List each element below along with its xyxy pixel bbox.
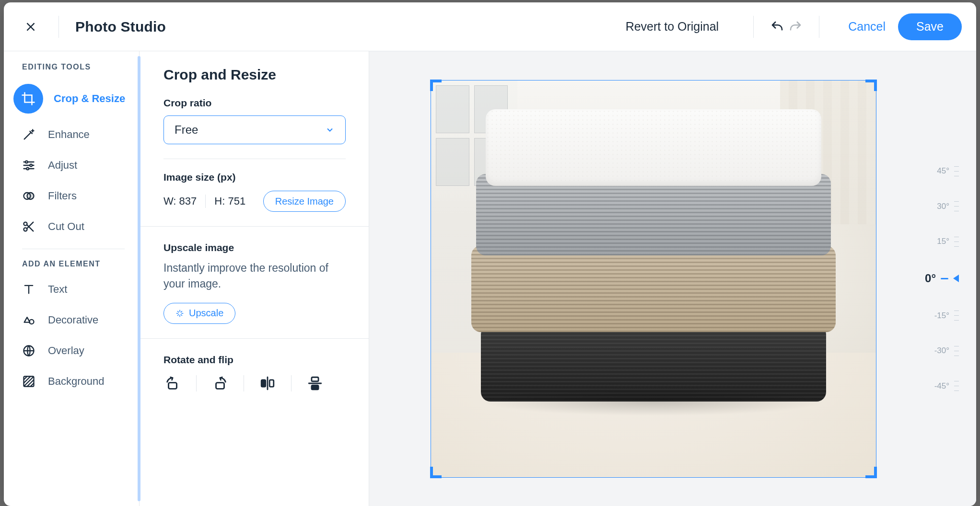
divider (58, 16, 59, 38)
crop-frame[interactable] (431, 80, 876, 478)
divider (819, 16, 819, 38)
svg-point-4 (30, 164, 32, 167)
globe-icon (20, 342, 37, 359)
ruler-label: -15° (934, 311, 949, 321)
upscale-button[interactable]: Upscale (163, 303, 235, 324)
sidebar-item-label: Enhance (48, 128, 90, 141)
crop-handle-bl[interactable] (430, 467, 442, 478)
upscale-heading: Upscale image (163, 242, 346, 253)
sidebar-item-label: Background (48, 375, 104, 388)
sidebar-item-label: Cut Out (48, 220, 84, 233)
divider (753, 16, 754, 38)
save-button[interactable]: Save (898, 13, 962, 40)
sparkle-icon (175, 309, 184, 318)
ruler-label: 30° (937, 202, 949, 211)
svg-point-5 (26, 168, 29, 170)
sidebar-item-text[interactable]: Text (4, 274, 139, 305)
svg-rect-18 (312, 385, 318, 390)
svg-point-7 (27, 193, 34, 199)
sidebar-item-label: Adjust (48, 159, 77, 172)
sidebar-item-background[interactable]: Background (4, 366, 139, 397)
overlap-circles-icon (20, 187, 37, 205)
divider (244, 375, 244, 391)
scissors-icon (20, 218, 37, 235)
divider (196, 375, 197, 391)
app-title: Photo Studio (75, 19, 166, 35)
ruler-marker-icon (953, 275, 959, 282)
crop-handle-tr[interactable] (865, 80, 877, 91)
crop-handle-br[interactable] (865, 467, 877, 478)
shapes-icon (20, 311, 37, 329)
rotate-cw-button[interactable] (163, 374, 182, 392)
sidebar-item-overlay[interactable]: Overlay (4, 335, 139, 366)
crop-ratio-select[interactable]: Free (163, 115, 346, 144)
sidebar-item-decorative[interactable]: Decorative (4, 305, 139, 335)
sidebar-item-label: Decorative (48, 314, 98, 326)
divider (291, 375, 292, 391)
sidebar-item-label: Overlay (48, 345, 84, 357)
revert-to-original[interactable]: Revert to Original (626, 20, 719, 34)
sidebar-item-enhance[interactable]: Enhance (4, 119, 139, 150)
wand-icon (20, 126, 37, 143)
sidebar-item-label: Filters (48, 190, 77, 202)
crop-handle-tl[interactable] (430, 80, 442, 91)
text-icon (20, 281, 37, 298)
flip-vertical-button[interactable] (306, 374, 324, 392)
ruler-label: -45° (934, 381, 949, 391)
panel-title: Crop and Resize (163, 67, 346, 83)
undo-button[interactable] (768, 18, 786, 36)
rotate-ccw-button[interactable] (211, 374, 229, 392)
svg-rect-13 (169, 382, 177, 389)
sidebar-item-cutout[interactable]: Cut Out (4, 211, 139, 242)
sliders-icon (20, 157, 37, 174)
sidebar-item-label: Crop & Resize (54, 92, 125, 105)
sidebar: EDITING TOOLS Crop & Resize Enhance Adju… (4, 51, 139, 506)
svg-rect-15 (261, 380, 266, 387)
sidebar-item-adjust[interactable]: Adjust (4, 150, 139, 181)
upscale-description: Instantly improve the resolution of your… (163, 260, 346, 292)
sidebar-scrollbar[interactable] (138, 56, 140, 501)
canvas-area: 45° 30° 15° 0° -15° -30° -45° (369, 51, 976, 506)
svg-rect-17 (312, 377, 318, 381)
header: Photo Studio Revert to Original Cancel S… (4, 2, 976, 51)
divider (205, 195, 206, 208)
image-size-label: Image size (px) (163, 172, 346, 183)
hatch-icon (20, 373, 37, 390)
ruler-label: 45° (937, 166, 949, 176)
divider (22, 249, 125, 249)
svg-rect-16 (269, 380, 274, 387)
crop-ratio-value: Free (175, 123, 198, 137)
svg-point-3 (25, 161, 28, 163)
crop-icon (20, 90, 37, 107)
height-readout: H: 751 (214, 195, 245, 207)
sidebar-item-label: Text (48, 283, 67, 296)
redo-button[interactable] (786, 18, 805, 36)
svg-rect-14 (216, 382, 224, 389)
sidebar-heading-elements: ADD AN ELEMENT (4, 260, 139, 274)
divider (163, 159, 346, 159)
rotation-ruler[interactable]: 45° 30° 15° 0° -15° -30° -45° (916, 166, 959, 391)
ruler-label: -30° (934, 346, 949, 356)
sidebar-item-filters[interactable]: Filters (4, 181, 139, 211)
body: EDITING TOOLS Crop & Resize Enhance Adju… (4, 51, 976, 506)
options-panel: Crop and Resize Crop ratio Free Image si… (139, 51, 369, 506)
ruler-label: 15° (937, 237, 949, 246)
sidebar-heading-tools: EDITING TOOLS (4, 63, 139, 78)
photo-studio-window: Photo Studio Revert to Original Cancel S… (4, 2, 976, 506)
flip-horizontal-button[interactable] (258, 374, 277, 392)
width-readout: W: 837 (163, 195, 197, 207)
rotate-flip-heading: Rotate and flip (163, 354, 346, 366)
resize-image-button[interactable]: Resize Image (263, 191, 346, 212)
cancel-button[interactable]: Cancel (848, 20, 886, 34)
sidebar-item-crop-resize[interactable]: Crop & Resize (4, 78, 139, 119)
chevron-down-icon (325, 125, 335, 135)
close-button[interactable] (22, 18, 39, 35)
crop-ratio-label: Crop ratio (163, 97, 346, 109)
ruler-current: 0° (925, 272, 936, 285)
image-preview (431, 80, 876, 478)
